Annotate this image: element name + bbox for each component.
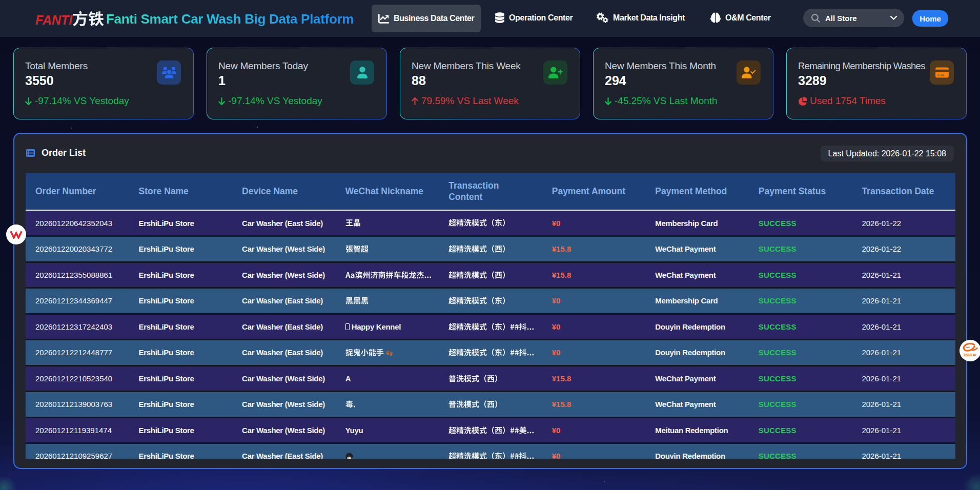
svg-text:1688 Ai: 1688 Ai — [964, 353, 976, 357]
